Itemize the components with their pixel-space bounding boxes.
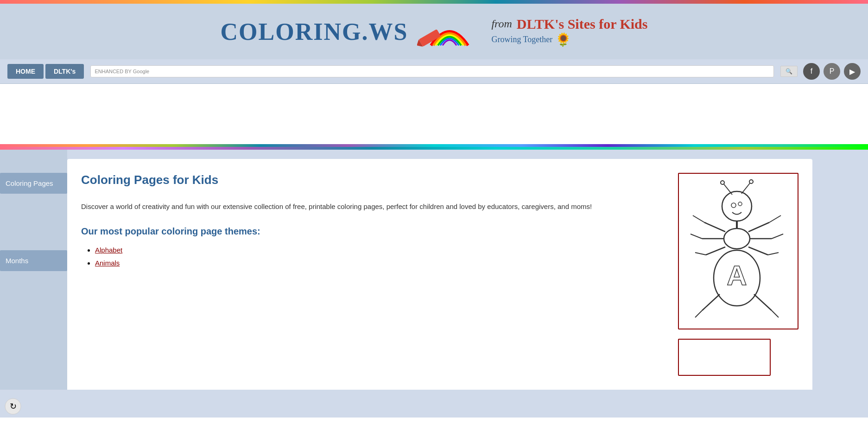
corner-icon: ↻: [5, 398, 21, 415]
search-button[interactable]: 🔍: [780, 66, 798, 77]
main-content: Coloring Pages Months Coloring Pages for…: [0, 150, 868, 390]
list-item-animals: Animals: [95, 259, 664, 267]
sidebar-spacer: [0, 195, 67, 250]
youtube-icon[interactable]: ▶: [844, 63, 861, 80]
search-enhanced-label: ENHANCED BY Google: [95, 69, 149, 74]
svg-line-5: [741, 182, 751, 194]
sidebar-item-months[interactable]: Months: [0, 250, 67, 271]
svg-line-16: [706, 247, 725, 255]
svg-line-22: [748, 247, 768, 255]
animals-link[interactable]: Animals: [95, 259, 120, 267]
dltk-title: DLTK's Sites for Kids: [517, 16, 648, 32]
popular-heading: Our most popular coloring page themes:: [81, 226, 664, 237]
svg-point-2: [722, 191, 752, 221]
home-button[interactable]: HOME: [7, 64, 44, 79]
svg-line-13: [693, 215, 704, 222]
bottom-area: [0, 390, 868, 418]
svg-line-26: [754, 294, 772, 310]
svg-line-21: [772, 234, 783, 239]
popular-links-list: Alphabet Animals: [81, 246, 664, 267]
svg-point-7: [731, 203, 736, 208]
svg-line-15: [691, 234, 702, 239]
svg-text:A: A: [727, 260, 747, 291]
page-description: Discover a world of creativity and fun w…: [81, 201, 664, 212]
svg-line-12: [704, 222, 725, 232]
alphabet-link[interactable]: Alphabet: [95, 246, 122, 254]
svg-point-4: [721, 181, 724, 184]
white-gap: [0, 84, 868, 144]
svg-line-19: [769, 215, 781, 222]
content-main: Coloring Pages for Kids Discover a world…: [81, 173, 664, 376]
sunflower-icon: 🌻: [555, 32, 571, 47]
social-icons: f P ▶: [803, 63, 861, 80]
header: Coloring.ws from DLTK's Sites for Kids G…: [0, 4, 868, 59]
site-title-text: Coloring.ws: [221, 19, 408, 45]
list-item-alphabet: Alphabet: [95, 246, 664, 254]
pinterest-icon[interactable]: P: [824, 63, 840, 80]
svg-line-25: [695, 310, 702, 317]
dltk-subtitle: Growing Together 🌻: [491, 32, 571, 47]
right-sidebar: [822, 150, 868, 390]
svg-line-23: [768, 253, 779, 255]
svg-point-9: [724, 228, 750, 249]
sidebar: Coloring Pages Months: [0, 150, 67, 390]
sidebar-item-coloring-pages[interactable]: Coloring Pages: [0, 173, 67, 194]
ant-illustration: A: [684, 178, 790, 322]
svg-point-8: [738, 202, 742, 206]
second-image-box: [678, 339, 771, 376]
rainbow-bar-top: [0, 0, 868, 4]
site-logo: Coloring.ws: [221, 18, 408, 45]
facebook-icon[interactable]: f: [803, 63, 820, 80]
search-input[interactable]: [152, 68, 770, 75]
svg-text:↻: ↻: [10, 402, 17, 411]
search-container: ENHANCED BY Google: [90, 65, 774, 77]
navbar: HOME DLTK's ENHANCED BY Google 🔍 f P ▶: [0, 59, 868, 84]
brand-subtitle-text: Growing Together: [491, 35, 552, 44]
svg-line-17: [695, 253, 706, 255]
from-text: from: [491, 18, 512, 30]
svg-line-27: [772, 310, 779, 317]
illustration-area: A: [678, 173, 798, 376]
content-area: Coloring Pages for Kids Discover a world…: [67, 159, 812, 390]
page-title: Coloring Pages for Kids: [81, 173, 664, 187]
svg-point-6: [749, 180, 753, 184]
crayon-rainbow-icon: [417, 13, 482, 50]
dltk-brand: from DLTK's Sites for Kids Growing Toget…: [491, 16, 647, 47]
svg-line-3: [723, 183, 732, 195]
svg-line-18: [748, 222, 769, 232]
ant-image-box: A: [678, 173, 798, 329]
dltk-button[interactable]: DLTK's: [45, 64, 84, 79]
svg-line-24: [702, 294, 720, 310]
